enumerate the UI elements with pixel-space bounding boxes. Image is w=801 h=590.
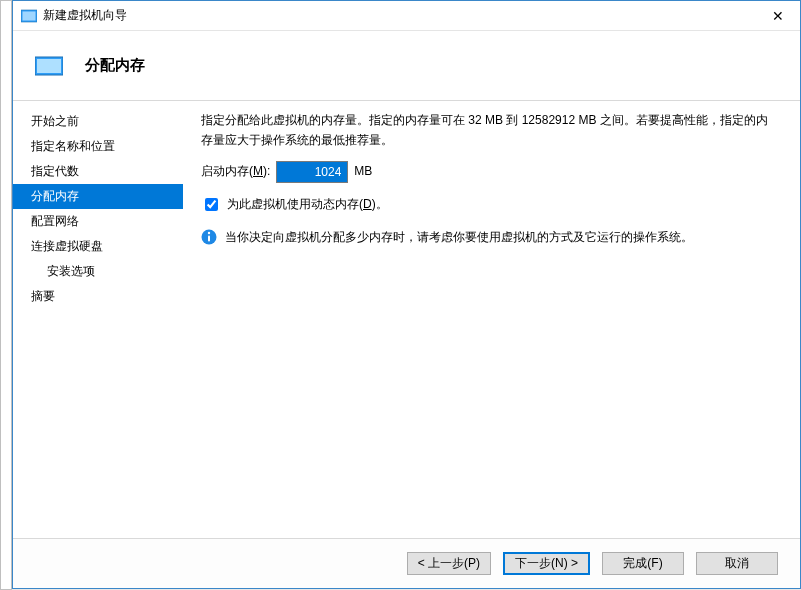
wizard-body: 开始之前 指定名称和位置 指定代数 分配内存 配置网络 连接虚拟硬盘 安装选项 … (13, 101, 800, 538)
memory-description: 指定分配给此虚拟机的内存量。指定的内存量可在 32 MB 到 12582912 … (201, 111, 778, 151)
dynamic-memory-checkbox[interactable] (205, 198, 218, 211)
step-name-location[interactable]: 指定名称和位置 (13, 134, 183, 159)
dynamic-memory-row: 为此虚拟机使用动态内存(D)。 (201, 195, 778, 215)
wizard-header: 分配内存 (13, 31, 800, 101)
header-icon (35, 55, 63, 77)
close-icon: ✕ (772, 8, 784, 24)
startup-memory-label: 启动内存(M): (201, 162, 270, 182)
svg-point-6 (208, 232, 210, 234)
step-config-network[interactable]: 配置网络 (13, 209, 183, 234)
step-generation[interactable]: 指定代数 (13, 159, 183, 184)
page-title: 分配内存 (85, 56, 145, 75)
wizard-window: 新建虚拟机向导 ✕ 分配内存 开始之前 指定名称和位置 指定代数 分配内存 配置… (12, 0, 801, 589)
wizard-content: 指定分配给此虚拟机的内存量。指定的内存量可在 32 MB 到 12582912 … (183, 101, 800, 538)
titlebar: 新建虚拟机向导 ✕ (13, 1, 800, 31)
startup-memory-row: 启动内存(M): MB (201, 161, 778, 183)
prev-button[interactable]: < 上一步(P) (407, 552, 491, 575)
svg-rect-1 (23, 11, 36, 20)
window-title: 新建虚拟机向导 (43, 7, 755, 24)
svg-rect-5 (208, 236, 210, 242)
info-row: 当你决定向虚拟机分配多少内存时，请考虑你要使用虚拟机的方式及它运行的操作系统。 (201, 228, 778, 248)
app-icon (21, 8, 37, 24)
step-before-begin[interactable]: 开始之前 (13, 109, 183, 134)
close-button[interactable]: ✕ (755, 1, 800, 30)
wizard-footer: < 上一步(P) 下一步(N) > 完成(F) 取消 (13, 538, 800, 588)
next-button[interactable]: 下一步(N) > (503, 552, 590, 575)
step-assign-memory[interactable]: 分配内存 (13, 184, 183, 209)
wizard-steps: 开始之前 指定名称和位置 指定代数 分配内存 配置网络 连接虚拟硬盘 安装选项 … (13, 101, 183, 538)
info-icon (201, 229, 217, 245)
finish-button[interactable]: 完成(F) (602, 552, 684, 575)
svg-rect-3 (37, 59, 61, 73)
memory-unit-label: MB (354, 162, 372, 182)
cancel-button[interactable]: 取消 (696, 552, 778, 575)
step-connect-vhd[interactable]: 连接虚拟硬盘 (13, 234, 183, 259)
step-install-options[interactable]: 安装选项 (13, 259, 183, 284)
step-summary[interactable]: 摘要 (13, 284, 183, 309)
dynamic-memory-label: 为此虚拟机使用动态内存(D)。 (227, 195, 388, 215)
info-text: 当你决定向虚拟机分配多少内存时，请考虑你要使用虚拟机的方式及它运行的操作系统。 (225, 228, 693, 248)
startup-memory-input[interactable] (276, 161, 348, 183)
